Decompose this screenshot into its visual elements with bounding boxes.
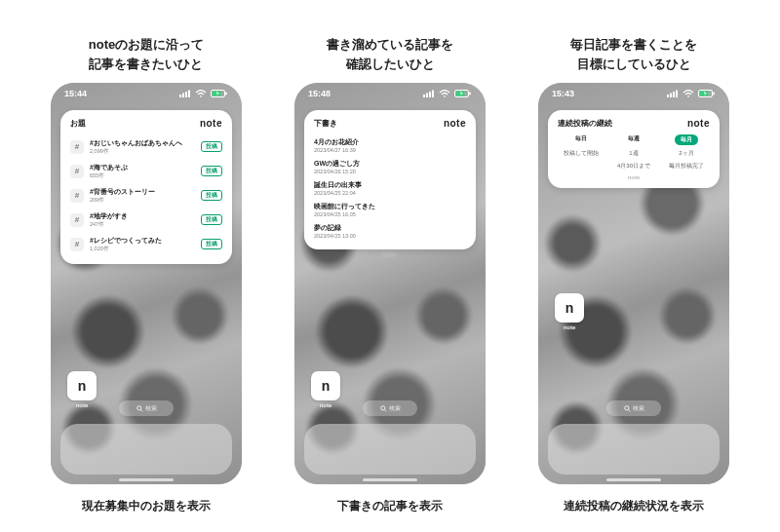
- app-label: note: [308, 402, 343, 408]
- app-launcher[interactable]: n note: [552, 293, 587, 330]
- home-widget[interactable]: 下書き note 4月のお花紹介 2023/04/27 16:39 GWの過ごし…: [304, 110, 476, 249]
- svg-rect-13: [432, 91, 434, 98]
- hash-icon: #: [70, 189, 84, 203]
- wifi-icon: [439, 90, 450, 97]
- post-button[interactable]: 投稿: [201, 190, 222, 201]
- widget-brand-footer: note: [558, 174, 710, 180]
- dock: [60, 424, 232, 475]
- column-heading: noteのお題に沿って記事を書きたいひと: [89, 35, 204, 73]
- svg-rect-23: [676, 91, 678, 98]
- wifi-icon: [195, 90, 207, 97]
- home-indicator: [363, 478, 417, 481]
- topic-count: 1,020件: [90, 246, 195, 252]
- topic-row[interactable]: # #海であそぶ 655件 投稿: [70, 159, 222, 183]
- app-launcher[interactable]: n note: [64, 371, 99, 408]
- svg-rect-11: [426, 94, 428, 98]
- streak-sub: 毎月投稿完了: [663, 162, 710, 171]
- svg-rect-22: [673, 92, 675, 97]
- svg-rect-17: [469, 92, 471, 95]
- note-app-icon[interactable]: n: [555, 293, 584, 323]
- streak-sub: 4月30日まで: [610, 162, 657, 171]
- column-heading: 書き溜めている記事を確認したいひと: [327, 35, 453, 73]
- status-bar: 15:44: [51, 83, 242, 104]
- topic-row[interactable]: # #背番号のストーリー 209件 投稿: [70, 183, 222, 208]
- note-app-icon[interactable]: n: [67, 371, 97, 400]
- draft-time: 2023/04/26 15:20: [314, 169, 466, 174]
- streak-val: 1週: [610, 149, 657, 158]
- topic-row[interactable]: # #地学がすき 247件 投稿: [70, 208, 222, 232]
- svg-line-9: [140, 409, 142, 411]
- draft-row[interactable]: 誕生日の出来事 2023/04/25 22:04: [314, 177, 466, 199]
- draft-title: 映画館に行ってきた: [314, 202, 466, 211]
- post-button[interactable]: 投稿: [201, 141, 222, 152]
- draft-row[interactable]: 映画館に行ってきた 2023/04/25 16:05: [314, 199, 466, 220]
- draft-row[interactable]: 夢の記録 2023/04/25 13:00: [314, 220, 466, 242]
- spotlight-search[interactable]: 検索: [606, 400, 661, 416]
- note-logo: note: [687, 118, 710, 129]
- hash-icon: #: [70, 213, 84, 227]
- battery-icon: [454, 90, 472, 97]
- topic-name: #レシピでつくってみた: [90, 236, 195, 246]
- post-button[interactable]: 投稿: [201, 214, 222, 225]
- app-label: note: [552, 324, 587, 330]
- topic-name: #おじいちゃんおばあちゃんへ: [90, 138, 195, 148]
- note-app-icon[interactable]: n: [311, 371, 340, 400]
- draft-row[interactable]: 4月のお花紹介 2023/04/27 16:39: [314, 134, 466, 156]
- draft-title: 夢の記録: [314, 223, 466, 233]
- draft-row[interactable]: GWの過ごし方 2023/04/26 15:20: [314, 156, 466, 177]
- streak-sub: [558, 162, 604, 171]
- svg-line-19: [384, 409, 386, 411]
- spotlight-search[interactable]: 検索: [363, 400, 417, 416]
- home-indicator: [606, 478, 661, 481]
- streak-val: 2ヶ月: [663, 149, 710, 158]
- home-indicator: [119, 478, 174, 481]
- search-label: 検索: [633, 405, 644, 412]
- app-launcher[interactable]: n note: [308, 371, 343, 408]
- draft-title: 誕生日の出来事: [314, 180, 466, 190]
- column-heading: 毎日記事を書くことを目標にしているひと: [570, 35, 697, 73]
- topic-count: 209件: [90, 197, 195, 204]
- svg-rect-27: [713, 92, 715, 95]
- column-caption: 連続投稿の継続状況を表示: [564, 498, 704, 514]
- phone-mock: 15:48 下書き note 4月のお花紹介 2023/04/27 16:39 …: [294, 83, 486, 484]
- draft-time: 2023/04/25 16:05: [314, 211, 466, 217]
- dock: [304, 424, 476, 475]
- svg-point-18: [380, 405, 384, 409]
- phone-mock: 15:44 お題 note # #おじいちゃんおばあちゃんへ 2,099件 投稿: [51, 83, 242, 484]
- hash-icon: #: [70, 238, 84, 251]
- topic-row[interactable]: # #レシピでつくってみた 1,020件 投稿: [70, 232, 222, 256]
- hash-icon: #: [70, 140, 84, 154]
- showcase-column: 毎日記事を書くことを目標にしているひと 15:43 連続投稿の継続 note 毎…: [531, 31, 736, 514]
- spotlight-search[interactable]: 検索: [119, 400, 174, 416]
- topic-name: #地学がすき: [90, 211, 195, 221]
- app-label: note: [64, 402, 99, 408]
- column-caption: 下書きの記事を表示: [337, 498, 443, 514]
- draft-time: 2023/04/27 16:39: [314, 147, 466, 153]
- svg-point-8: [136, 405, 140, 409]
- svg-rect-21: [670, 94, 672, 98]
- search-icon: [380, 405, 387, 412]
- signal-icon: [423, 90, 435, 97]
- status-time: 15:48: [308, 89, 331, 98]
- showcase-column: noteのお題に沿って記事を書きたいひと 15:44 お題 note # #おじ…: [44, 31, 249, 514]
- widget-title: 連続投稿の継続: [558, 118, 612, 129]
- svg-rect-20: [667, 95, 669, 97]
- home-widget[interactable]: お題 note # #おじいちゃんおばあちゃんへ 2,099件 投稿 # #海で…: [60, 110, 232, 264]
- home-widget[interactable]: 連続投稿の継続 note 毎日 毎週 毎月 投稿して開始 1週 2ヶ月 4月30…: [548, 110, 720, 188]
- svg-rect-0: [179, 95, 181, 97]
- svg-rect-7: [225, 92, 227, 95]
- topic-row[interactable]: # #おじいちゃんおばあちゃんへ 2,099件 投稿: [70, 134, 222, 159]
- post-button[interactable]: 投稿: [201, 166, 222, 176]
- search-icon: [624, 405, 631, 412]
- svg-point-24: [687, 95, 689, 97]
- post-button[interactable]: 投稿: [201, 239, 222, 249]
- draft-time: 2023/04/25 22:04: [314, 190, 466, 196]
- draft-title: 4月のお花紹介: [314, 137, 466, 147]
- battery-icon: [698, 90, 716, 97]
- signal-icon: [667, 90, 679, 97]
- svg-rect-12: [429, 92, 431, 97]
- search-label: 検索: [145, 405, 157, 412]
- svg-rect-10: [423, 95, 425, 97]
- svg-point-14: [444, 95, 446, 97]
- svg-rect-3: [188, 91, 190, 98]
